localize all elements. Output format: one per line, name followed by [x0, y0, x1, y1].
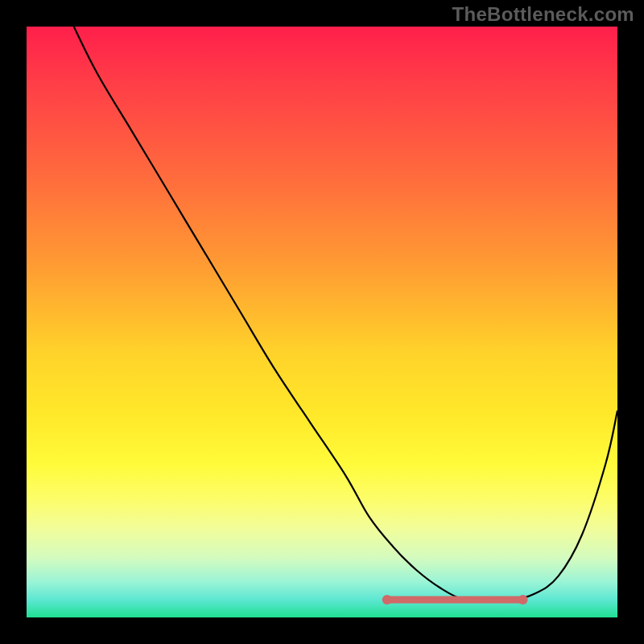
chart-frame: TheBottleneck.com — [0, 0, 644, 644]
optimal-region-start-dot — [382, 595, 392, 605]
plot-area — [27, 27, 617, 617]
bottleneck-curve-path — [74, 27, 617, 601]
curve-layer — [27, 27, 617, 617]
optimal-region-end-dot — [518, 595, 528, 605]
watermark-text: TheBottleneck.com — [452, 3, 634, 26]
